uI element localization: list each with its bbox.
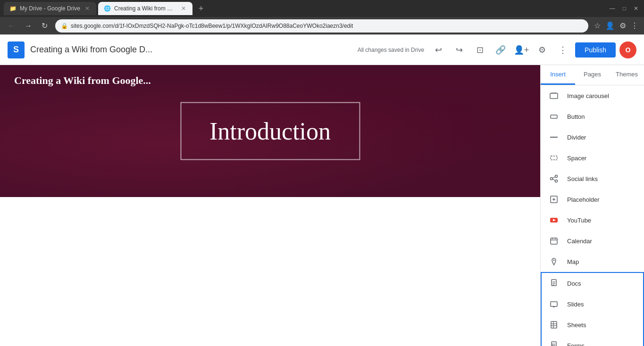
- tab-themes[interactable]: Themes: [610, 65, 644, 85]
- address-actions: ☆ 👤 ⚙ ⋮: [594, 21, 638, 30]
- lock-icon: 🔒: [61, 23, 68, 29]
- url-text: sites.google.com/d/1f-IOxDmzdSQH2-NaPgk-…: [71, 23, 353, 29]
- svg-point-6: [555, 175, 558, 178]
- svg-rect-1: [551, 92, 557, 93]
- url-box[interactable]: 🔒 sites.google.com/d/1f-IOxDmzdSQH2-NaPg…: [55, 19, 588, 33]
- svg-rect-4: [551, 156, 557, 160]
- youtube-icon: [548, 214, 560, 226]
- app-header: S Creating a Wiki from Google D... All c…: [0, 35, 644, 65]
- spacer-label: Spacer: [567, 155, 586, 162]
- back-button[interactable]: ←: [6, 20, 17, 32]
- tab-wiki-close[interactable]: ✕: [180, 4, 187, 13]
- svg-rect-27: [551, 321, 557, 328]
- link-button[interactable]: 🔗: [492, 41, 509, 58]
- slides-icon: [548, 298, 560, 310]
- more-button[interactable]: ⋮: [554, 41, 571, 58]
- svg-rect-0: [550, 93, 558, 99]
- refresh-button[interactable]: ↻: [40, 19, 50, 32]
- profile-icon[interactable]: 👤: [605, 21, 615, 30]
- sheets-icon: [548, 319, 560, 330]
- docs-label: Docs: [567, 280, 581, 287]
- svg-point-7: [555, 180, 558, 182]
- content-section[interactable]: [0, 197, 540, 346]
- calendar-label: Calendar: [567, 238, 592, 245]
- image-carousel-icon: [548, 90, 560, 101]
- sidebar-item-sheets[interactable]: Sheets: [542, 314, 643, 335]
- forward-button[interactable]: →: [23, 20, 34, 32]
- extensions-icon[interactable]: ⚙: [619, 21, 626, 30]
- sidebar-item-docs[interactable]: Docs: [542, 273, 643, 294]
- google-items-group: Docs Slides: [541, 272, 644, 346]
- intro-text: Introduction: [209, 118, 331, 145]
- sidebar-item-button[interactable]: Button: [541, 106, 644, 127]
- bookmark-icon[interactable]: ☆: [594, 21, 601, 30]
- minimize-button[interactable]: —: [608, 3, 617, 14]
- auto-save-status: All changes saved in Drive: [358, 47, 424, 53]
- user-avatar[interactable]: O: [619, 41, 636, 58]
- forms-label: Forms: [567, 342, 585, 346]
- sidebar-item-image-carousel[interactable]: Image carousel: [541, 85, 644, 106]
- youtube-label: YouTube: [567, 217, 591, 224]
- doc-title: Creating a Wiki from Google D...: [30, 45, 352, 55]
- social-links-label: Social links: [567, 175, 598, 182]
- maximize-button[interactable]: □: [621, 3, 628, 14]
- spacer-icon: [548, 152, 560, 164]
- tab-my-drive-close[interactable]: ✕: [84, 4, 91, 13]
- add-editor-button[interactable]: 👤+: [513, 41, 530, 58]
- hero-section: Creating a Wiki from Google... Introduct…: [0, 65, 540, 197]
- main-layout: Creating a Wiki from Google... Introduct…: [0, 65, 644, 346]
- tab-bar: 📁 My Drive - Google Drive ✕ 🌐 Creating a…: [0, 0, 644, 17]
- sidebar-item-spacer[interactable]: Spacer: [541, 148, 644, 168]
- tab-wiki[interactable]: 🌐 Creating a Wiki from Google Do... ✕: [98, 2, 192, 15]
- social-links-icon: [548, 173, 560, 184]
- sidebar-item-map[interactable]: Map: [541, 251, 644, 272]
- button-label: Button: [567, 113, 585, 120]
- page-heading: Creating a Wiki from Google...: [14, 74, 526, 87]
- sheets-label: Sheets: [567, 321, 586, 329]
- sidebar-item-calendar[interactable]: Calendar: [541, 231, 644, 251]
- svg-rect-2: [551, 115, 557, 118]
- publish-button[interactable]: Publish: [575, 42, 616, 58]
- placeholder-icon: [548, 194, 560, 205]
- right-sidebar: → Insert Pages Themes Image carouse: [540, 65, 644, 346]
- button-icon: [548, 111, 560, 122]
- address-bar: ← → ↻ 🔒 sites.google.com/d/1f-IOxDmzdSQH…: [0, 17, 644, 35]
- divider-icon: [548, 132, 560, 143]
- map-icon: [548, 256, 560, 267]
- window-controls: — □ ✕: [608, 3, 640, 14]
- menu-icon[interactable]: ⋮: [631, 21, 638, 30]
- intro-box[interactable]: Introduction: [180, 102, 360, 160]
- undo-button[interactable]: ↩: [430, 41, 447, 58]
- new-tab-button[interactable]: +: [194, 2, 208, 15]
- divider-label: Divider: [567, 134, 586, 141]
- sidebar-item-youtube[interactable]: YouTube: [541, 210, 644, 231]
- settings-button[interactable]: ⚙: [534, 41, 551, 58]
- tab-my-drive-title: My Drive - Google Drive: [20, 5, 80, 12]
- sidebar-item-divider[interactable]: Divider: [541, 127, 644, 148]
- redo-button[interactable]: ↪: [451, 41, 468, 58]
- tab-my-drive[interactable]: 📁 My Drive - Google Drive ✕: [4, 2, 96, 15]
- sidebar-item-forms[interactable]: Forms: [542, 335, 643, 346]
- my-drive-favicon: 📁: [9, 5, 16, 12]
- sidebar-item-placeholder[interactable]: Placeholder: [541, 189, 644, 210]
- forms-icon: [548, 340, 560, 346]
- header-actions: ↩ ↪ ⊡ 🔗 👤+ ⚙ ⋮ Publish O: [430, 41, 636, 58]
- calendar-icon: [548, 235, 560, 247]
- sites-logo: S: [8, 41, 25, 58]
- map-label: Map: [567, 258, 579, 265]
- svg-rect-15: [551, 238, 557, 244]
- preview-button[interactable]: ⊡: [471, 41, 488, 58]
- svg-line-9: [553, 179, 555, 181]
- sidebar-item-slides[interactable]: Slides: [542, 294, 643, 314]
- sidebar-item-social-links[interactable]: Social links: [541, 168, 644, 189]
- sidebar-content: Image carousel Button Divider: [541, 85, 644, 346]
- tab-insert[interactable]: Insert: [541, 65, 575, 85]
- docs-icon: [548, 278, 560, 289]
- wiki-favicon: 🌐: [104, 5, 110, 12]
- svg-point-35: [552, 344, 553, 345]
- slides-label: Slides: [567, 301, 584, 308]
- tab-pages[interactable]: Pages: [575, 65, 610, 85]
- close-button[interactable]: ✕: [632, 3, 640, 14]
- image-carousel-label: Image carousel: [567, 92, 609, 99]
- placeholder-label: Placeholder: [567, 196, 600, 203]
